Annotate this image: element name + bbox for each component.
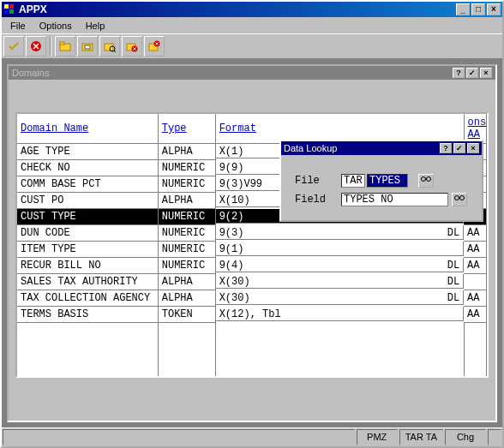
minimize-button[interactable]: _ xyxy=(456,3,470,15)
svg-point-17 xyxy=(427,177,431,182)
cell-type: NUMERIC xyxy=(158,160,215,176)
svg-line-11 xyxy=(114,51,116,52)
cell-type: ALPHA xyxy=(158,290,215,307)
table-row[interactable]: SALES TAX AUTHORITYALPHAX(30)DL xyxy=(17,274,487,290)
table-row[interactable]: RECUR BILL NONUMERIC9(4)DLAA xyxy=(17,258,487,274)
lookup-file-browse-button[interactable] xyxy=(418,174,434,188)
maximize-button[interactable]: □ xyxy=(471,3,485,15)
tool-folder1-icon[interactable] xyxy=(55,36,75,57)
domains-titlebar: Domains ? ✓ × xyxy=(9,66,495,80)
cell-type: ALPHA xyxy=(158,193,215,209)
cell-type: ALPHA xyxy=(158,274,215,290)
tool-folder2-icon[interactable] xyxy=(77,36,98,57)
binoculars-icon xyxy=(421,175,431,187)
lookup-file-name-field[interactable]: TYPES xyxy=(367,174,408,188)
cell-type: ALPHA xyxy=(158,144,215,160)
data-lookup-title: Data Lookup xyxy=(284,143,438,153)
lookup-field-name-field[interactable]: TYPES NO xyxy=(341,193,448,206)
tool-folder-cancel-icon[interactable] xyxy=(122,36,142,57)
app-icon xyxy=(3,3,15,15)
cell-name: SALES TAX AUTHORITY xyxy=(17,274,158,290)
cell-name: CHECK NO xyxy=(17,160,158,176)
cell-format: X(12), Tbl xyxy=(216,307,464,321)
cell-type: NUMERIC xyxy=(158,258,215,274)
svg-rect-2 xyxy=(4,9,9,14)
cell-end: AA xyxy=(464,225,486,242)
cell-name: TERMS BASIS xyxy=(17,307,158,323)
cell-end: AA xyxy=(464,307,486,323)
status-cell-3: Chg xyxy=(445,429,486,445)
cell-name: AGE TYPE xyxy=(17,144,158,160)
menu-file[interactable]: File xyxy=(3,19,33,33)
table-row[interactable]: TERMS BASISTOKENX(12), TblAA xyxy=(17,307,487,323)
status-cell-1: PMZ xyxy=(357,429,398,445)
lookup-field-browse-button[interactable] xyxy=(452,193,467,206)
domains-title-text: Domains xyxy=(12,68,49,78)
tool-cancel-icon[interactable] xyxy=(26,36,46,57)
cell-name: COMM BASE PCT xyxy=(17,176,158,193)
lookup-file-app-field[interactable]: TAR xyxy=(341,174,365,188)
resize-grip[interactable] xyxy=(488,429,501,445)
svg-rect-9 xyxy=(105,44,113,51)
domains-window: Domains ? ✓ × Domain Name Type xyxy=(7,64,497,422)
cell-end: AA xyxy=(464,290,486,307)
svg-rect-0 xyxy=(4,4,9,9)
tool-folder-search-icon[interactable] xyxy=(99,36,120,57)
svg-point-16 xyxy=(422,177,426,182)
cell-name: CUST PO xyxy=(17,193,158,209)
data-lookup-window: Data Lookup ? ✓ × File TAR TYPES xyxy=(279,140,483,222)
menu-options[interactable]: Options xyxy=(33,19,79,33)
lookup-file-label: File xyxy=(295,175,339,187)
cell-format: 9(1) xyxy=(216,242,464,256)
menu-help[interactable]: Help xyxy=(79,19,112,33)
statusbar: PMZ TAR TA Chg xyxy=(2,427,502,446)
col-header-name[interactable]: Domain Name xyxy=(17,114,158,144)
cell-type: NUMERIC xyxy=(158,242,215,258)
menubar: File Options Help xyxy=(2,17,502,33)
cell-type: NUMERIC xyxy=(158,176,215,193)
tool-ok-icon[interactable] xyxy=(3,36,24,57)
main-window: APPX _ □ × File Options Help Domains ? ✓ xyxy=(0,0,504,448)
lookup-ok-button[interactable]: ✓ xyxy=(453,143,465,153)
domains-help-button[interactable]: ? xyxy=(453,68,465,78)
cell-format: 9(4)DL xyxy=(216,258,464,272)
table-row[interactable]: DUN CODENUMERIC9(3)DLAA xyxy=(17,225,487,242)
table-row[interactable]: ITEM TYPENUMERIC9(1)AA xyxy=(17,242,487,258)
domains-ok-button[interactable]: ✓ xyxy=(466,68,478,78)
lookup-field-label: Field xyxy=(295,194,339,206)
tool-folder-cancel2-icon[interactable] xyxy=(144,36,165,57)
cell-end: AA xyxy=(464,258,486,274)
status-cell-2: TAR TA xyxy=(399,429,443,445)
cell-format: 9(3)DL xyxy=(216,225,464,240)
domains-body: Domain Name Type Format onsAA AGE TYPEAL… xyxy=(9,80,495,421)
window-title: APPX xyxy=(19,3,454,15)
svg-rect-1 xyxy=(9,4,14,9)
binoculars-icon xyxy=(454,194,465,206)
data-lookup-titlebar: Data Lookup ? ✓ × xyxy=(281,141,482,155)
svg-point-20 xyxy=(460,196,465,200)
cell-name: RECUR BILL NO xyxy=(17,258,158,274)
status-main xyxy=(3,429,355,445)
cell-end xyxy=(464,274,486,290)
table-row[interactable]: TAX COLLECTION AGENCYALPHAX(30)DLAA xyxy=(17,290,487,307)
cell-type: NUMERIC xyxy=(158,209,215,225)
toolbar xyxy=(2,33,502,59)
svg-rect-8 xyxy=(85,45,90,49)
cell-end: AA xyxy=(464,242,486,258)
lookup-help-button[interactable]: ? xyxy=(440,143,452,153)
col-header-type[interactable]: Type xyxy=(158,114,215,144)
cell-type: NUMERIC xyxy=(158,225,215,242)
cell-type: TOKEN xyxy=(158,307,215,323)
cell-format: X(30)DL xyxy=(216,290,464,305)
toolbar-separator xyxy=(50,37,51,56)
svg-rect-3 xyxy=(9,9,14,14)
cell-name: ITEM TYPE xyxy=(17,242,158,258)
mdi-client: Domains ? ✓ × Domain Name Type xyxy=(2,59,502,427)
cell-name: CUST TYPE xyxy=(17,209,158,225)
cell-name: TAX COLLECTION AGENCY xyxy=(17,290,158,307)
lookup-close-button[interactable]: × xyxy=(467,143,479,153)
svg-point-19 xyxy=(455,196,459,200)
domains-close-button[interactable]: × xyxy=(480,68,492,78)
cell-format: X(30)DL xyxy=(216,274,464,289)
close-button[interactable]: × xyxy=(487,3,501,15)
